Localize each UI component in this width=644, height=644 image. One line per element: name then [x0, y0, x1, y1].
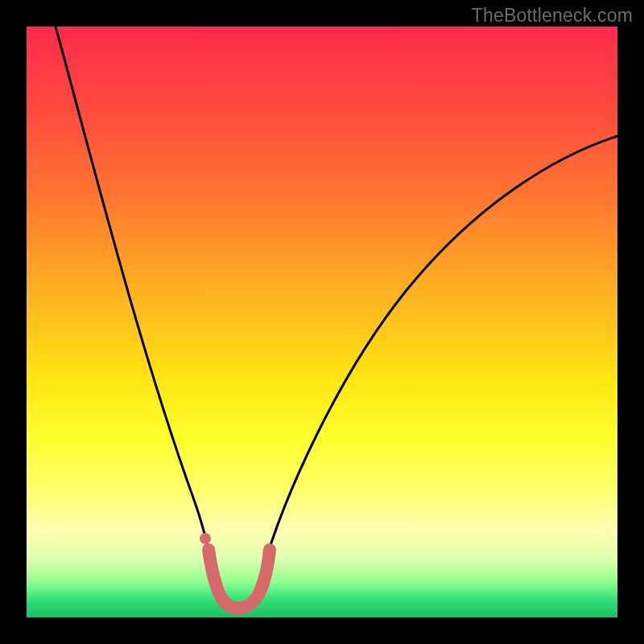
watermark-text: TheBottleneck.com	[472, 5, 633, 27]
chart-frame: TheBottleneck.com	[0, 0, 644, 644]
plot-area	[27, 27, 617, 617]
highlight-band	[208, 550, 270, 609]
curve-layer	[27, 27, 617, 617]
highlight-dot-icon	[200, 533, 211, 544]
bottleneck-curve-right	[262, 136, 617, 574]
bottleneck-curve-left	[56, 27, 215, 577]
